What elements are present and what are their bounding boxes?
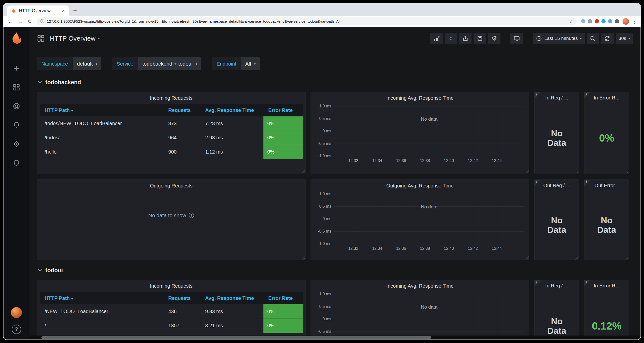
cell-error-rate: 0% [264, 145, 303, 159]
help-icon[interactable]: ? [12, 324, 21, 334]
user-avatar[interactable] [11, 307, 22, 318]
no-data-label: No data [421, 304, 438, 310]
explore-icon[interactable] [10, 100, 22, 112]
panel-info-corner-icon[interactable] [534, 92, 541, 98]
alerting-bell-icon[interactable] [10, 119, 22, 131]
add-panel-button[interactable] [430, 33, 443, 44]
cell-http-path: /todos/NEW_TODO_LoadBalancer [40, 116, 163, 130]
graph-plot[interactable]: 1.0 ms 0.5 ms 0 ms -0.5 ms -1.0 ms 12:32… [334, 106, 524, 156]
panel-title[interactable]: Out Req / ... [534, 180, 579, 190]
panel-title[interactable]: Incoming Avg. Response Time [311, 92, 529, 103]
panel-title[interactable]: Incoming Avg. Response Time [311, 280, 529, 291]
bookmark-star-icon[interactable]: ☆ [569, 19, 573, 24]
column-header-requests[interactable]: Requests [163, 104, 200, 116]
panel-title[interactable]: In Error R... [584, 280, 629, 290]
panel-title[interactable]: Out Error... [584, 180, 629, 190]
tab-close-icon[interactable]: × [60, 8, 66, 14]
panel-title[interactable]: Incoming Requests [37, 92, 305, 103]
panel-in-error-todobackend: i In Error R... 0% [584, 92, 629, 174]
time-range-picker[interactable]: Last 15 minutes ▾ [533, 33, 585, 44]
panel-title[interactable]: In Error R... [584, 92, 629, 102]
column-header-avg-response[interactable]: Avg. Response Time [200, 292, 263, 304]
panel-title[interactable]: Incoming Requests [37, 280, 305, 291]
dashboard-title[interactable]: HTTP Overview [50, 35, 96, 42]
star-dashboard-button[interactable]: ☆ [444, 33, 457, 44]
stat-body: 0% [584, 102, 629, 174]
question-circle-icon[interactable]: ? [189, 213, 194, 218]
save-dashboard-button[interactable] [474, 33, 486, 44]
panel-title[interactable]: In Req / ... [534, 280, 579, 290]
column-header-error-rate[interactable]: Error Rate [264, 292, 303, 304]
cell-error-rate: 0% [264, 116, 303, 130]
section-todobackend[interactable]: todobackend [37, 78, 633, 87]
refresh-interval-select[interactable]: 30s ▾ [616, 33, 633, 44]
panel-info-corner-icon[interactable] [584, 180, 591, 186]
x-axis-tick: 12:32 [348, 158, 358, 163]
zoom-out-button[interactable] [587, 33, 599, 44]
reload-icon[interactable]: ↻ [26, 17, 34, 26]
share-dashboard-button[interactable] [459, 33, 472, 44]
cycle-view-mode-button[interactable] [510, 33, 523, 44]
dashboards-icon[interactable] [10, 81, 22, 93]
panel-incoming-avg-response-todoui: Incoming Avg. Response Time 1.0 ms 0.5 m… [310, 280, 529, 340]
address-bar[interactable]: ⓘ 127.0.0.1:3002/d/523wqxqmz/http-overvi… [37, 18, 577, 26]
browser-profile-avatar[interactable] [622, 18, 629, 25]
panel-info-corner-icon[interactable] [534, 280, 541, 286]
configuration-gear-icon[interactable]: ⚙ [10, 138, 22, 150]
variable-service-value[interactable]: todobackend + todoui ▾ [138, 57, 201, 70]
new-tab-button[interactable]: + [71, 6, 79, 15]
variable-endpoint[interactable]: Endpoint All ▾ [212, 57, 260, 70]
error-rate-value: 0% [264, 131, 303, 145]
x-axis-tick: 12:40 [444, 246, 454, 251]
y-axis-tick: 0.5 ms [319, 116, 331, 121]
column-header-http-path[interactable]: HTTP Path▾ [40, 104, 163, 116]
panel-info-corner-icon[interactable] [534, 180, 541, 186]
column-header-http-path[interactable]: HTTP Path▾ [40, 292, 163, 304]
create-plus-icon[interactable]: + [10, 62, 22, 74]
extension-icon[interactable] [581, 19, 586, 24]
panel-info-corner-icon[interactable] [584, 280, 591, 286]
section-todoui[interactable]: todoui [37, 266, 633, 275]
stat-body: No Data [534, 190, 579, 260]
panel-title[interactable]: In Req / ... [534, 92, 579, 102]
extension-icon[interactable] [595, 19, 599, 24]
dashboard-picker-caret-icon[interactable]: ▾ [98, 36, 100, 41]
dashboard-settings-button[interactable]: ⚙ [488, 33, 500, 44]
back-icon[interactable]: ← [6, 17, 15, 26]
panel-info-corner-icon[interactable] [584, 92, 591, 98]
panel-title[interactable]: Outgoing Requests [37, 180, 305, 190]
horizontal-scrollbar-thumb[interactable] [41, 336, 432, 339]
server-admin-shield-icon[interactable] [10, 157, 22, 169]
column-header-error-rate[interactable]: Error Rate [264, 104, 303, 116]
empty-panel-body: No data to show ? [37, 190, 305, 240]
horizontal-scrollbar[interactable] [30, 336, 640, 340]
x-axis-tick: 12:44 [492, 246, 502, 251]
y-axis-tick: 0.5 ms [319, 204, 331, 209]
panel-title[interactable]: Outgoing Avg. Response Time [311, 180, 529, 190]
graph-plot[interactable]: 1.0 ms 0.5 ms 0 ms -0.5 ms -1.0 ms 12:32… [334, 294, 524, 340]
y-axis-tick: 0 ms [322, 129, 331, 133]
x-axis-tick: 12:34 [372, 158, 382, 163]
column-header-avg-response[interactable]: Avg. Response Time [200, 104, 263, 116]
panel-outgoing-requests-todobackend: Outgoing Requests No data to show ? [37, 180, 306, 260]
panel-out-req-todobackend: i Out Req / ... No Data [534, 180, 579, 260]
extension-icon[interactable] [608, 19, 612, 24]
extension-icon[interactable] [602, 19, 606, 24]
grafana-logo-icon[interactable] [9, 32, 24, 46]
variable-namespace-value[interactable]: default ▾ [73, 57, 102, 70]
column-header-requests[interactable]: Requests [163, 292, 200, 304]
site-info-icon[interactable]: ⓘ [40, 19, 44, 24]
stat-body: No Data [534, 102, 579, 174]
refresh-button[interactable] [601, 33, 614, 44]
y-axis-tick: 1.0 ms [319, 192, 331, 196]
variable-service[interactable]: Service todobackend + todoui ▾ [112, 57, 201, 70]
graph-plot[interactable]: 1.0 ms 0.5 ms 0 ms -0.5 ms -1.0 ms 12:32… [334, 194, 524, 244]
forward-icon[interactable]: → [16, 17, 24, 26]
variable-endpoint-value[interactable]: All ▾ [241, 57, 260, 70]
dashboard-grid-icon[interactable] [37, 34, 45, 42]
variable-namespace[interactable]: Namespace default ▾ [37, 57, 101, 70]
browser-menu-icon[interactable]: ⋮ [631, 18, 638, 24]
extension-icon[interactable] [615, 19, 619, 24]
browser-tab[interactable]: HTTP Overview × [7, 6, 69, 16]
extension-icon[interactable] [588, 19, 592, 24]
